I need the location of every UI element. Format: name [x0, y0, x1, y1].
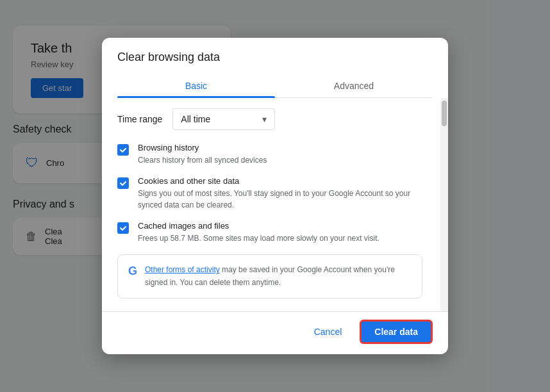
browsing-history-text: Browsing history Clears history from all…: [138, 143, 267, 166]
cookies-desc: Signs you out of most sites. You'll stay…: [138, 188, 422, 211]
time-range-value: All time: [181, 114, 210, 124]
cookies-checkbox[interactable]: [117, 177, 129, 189]
cached-desc: Frees up 58.7 MB. Some sites may load mo…: [138, 233, 379, 244]
browsing-history-item: Browsing history Clears history from all…: [117, 143, 422, 166]
modal-overlay: Clear browsing data Basic Advanced Time …: [0, 0, 550, 392]
dialog-tabs: Basic Advanced: [117, 74, 433, 98]
clear-data-button[interactable]: Clear data: [360, 320, 433, 344]
dialog-footer: Cancel Clear data: [102, 311, 448, 354]
cancel-button[interactable]: Cancel: [301, 320, 355, 344]
cached-text: Cached images and files Frees up 58.7 MB…: [138, 221, 379, 244]
dialog-header: Clear browsing data Basic Advanced: [102, 38, 448, 98]
browsing-history-checkbox[interactable]: [117, 144, 129, 156]
cached-checkbox-wrapper[interactable]: [117, 222, 129, 234]
cached-checkbox[interactable]: [117, 222, 129, 234]
browsing-history-title: Browsing history: [138, 143, 267, 152]
cached-title: Cached images and files: [138, 221, 379, 231]
tab-basic[interactable]: Basic: [117, 74, 275, 97]
time-range-row: Time range All time ▾: [117, 108, 422, 130]
info-banner: G Other forms of activity may be saved i…: [117, 254, 422, 298]
clear-browsing-data-dialog: Clear browsing data Basic Advanced Time …: [102, 38, 448, 354]
cookies-text: Cookies and other site data Signs you ou…: [138, 176, 422, 211]
scrollbar-thumb[interactable]: [442, 101, 447, 126]
cookies-checkbox-wrapper[interactable]: [117, 177, 129, 189]
dialog-title: Clear browsing data: [117, 51, 433, 64]
cached-item: Cached images and files Frees up 58.7 MB…: [117, 221, 422, 244]
other-forms-link[interactable]: Other forms of activity: [145, 265, 220, 274]
check-icon: [119, 179, 127, 187]
time-range-select[interactable]: All time ▾: [172, 108, 275, 130]
scrollbar-track[interactable]: [440, 98, 448, 311]
dialog-scroll-area: Time range All time ▾: [102, 98, 448, 311]
dialog-body: Time range All time ▾: [102, 98, 438, 311]
info-text: Other forms of activity may be saved in …: [145, 264, 412, 288]
cookies-item: Cookies and other site data Signs you ou…: [117, 176, 422, 211]
browsing-history-desc: Clears history from all synced devices: [138, 154, 267, 166]
time-range-label: Time range: [117, 114, 162, 124]
browsing-history-checkbox-wrapper[interactable]: [117, 144, 129, 156]
check-icon: [119, 224, 127, 232]
google-g-icon: G: [128, 265, 137, 278]
dropdown-arrow-icon: ▾: [262, 114, 267, 124]
check-icon: [119, 146, 127, 154]
tab-advanced[interactable]: Advanced: [275, 74, 433, 97]
dialog-content: Time range All time ▾: [117, 108, 422, 298]
cookies-title: Cookies and other site data: [138, 176, 422, 186]
